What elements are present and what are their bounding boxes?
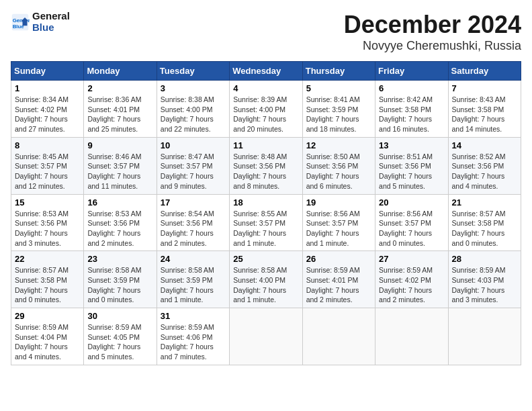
calendar-cell: 10Sunrise: 8:47 AMSunset: 3:57 PMDayligh… [157, 137, 229, 194]
day-number: 17 [161, 197, 226, 208]
day-info: Sunrise: 8:45 AMSunset: 3:57 PMDaylight:… [15, 152, 80, 191]
day-info: Sunrise: 8:56 AMSunset: 3:57 PMDaylight:… [379, 209, 444, 248]
calendar-cell: 24Sunrise: 8:58 AMSunset: 3:59 PMDayligh… [157, 251, 229, 308]
day-header-friday: Friday [375, 62, 448, 81]
calendar-cell: 23Sunrise: 8:58 AMSunset: 3:59 PMDayligh… [84, 251, 157, 308]
day-number: 20 [379, 197, 444, 208]
day-header-thursday: Thursday [302, 62, 375, 81]
day-number: 8 [15, 140, 80, 150]
calendar-cell: 30Sunrise: 8:59 AMSunset: 4:05 PMDayligh… [84, 308, 157, 365]
day-number: 24 [161, 254, 226, 264]
location-title: Novyye Cheremushki, Russia [344, 39, 521, 53]
day-number: 22 [15, 254, 80, 264]
day-number: 13 [379, 140, 444, 150]
logo: General Blue General Blue [11, 11, 70, 33]
day-number: 5 [306, 83, 371, 93]
day-info: Sunrise: 8:57 AMSunset: 3:58 PMDaylight:… [452, 209, 517, 248]
logo-icon: General Blue [11, 13, 30, 32]
day-info: Sunrise: 8:34 AMSunset: 4:02 PMDaylight:… [15, 95, 80, 134]
day-info: Sunrise: 8:38 AMSunset: 4:00 PMDaylight:… [161, 95, 226, 134]
page-header: General Blue General Blue December 2024 … [11, 11, 521, 53]
day-info: Sunrise: 8:59 AMSunset: 4:01 PMDaylight:… [306, 265, 371, 305]
calendar-cell: 29Sunrise: 8:59 AMSunset: 4:04 PMDayligh… [11, 308, 84, 365]
calendar-cell: 28Sunrise: 8:59 AMSunset: 4:03 PMDayligh… [448, 251, 521, 308]
calendar-cell: 17Sunrise: 8:54 AMSunset: 3:56 PMDayligh… [157, 194, 229, 251]
calendar-cell: 26Sunrise: 8:59 AMSunset: 4:01 PMDayligh… [302, 251, 375, 308]
day-number: 9 [87, 140, 152, 150]
calendar-week-row: 29Sunrise: 8:59 AMSunset: 4:04 PMDayligh… [11, 308, 521, 365]
calendar-cell [375, 308, 448, 365]
day-info: Sunrise: 8:59 AMSunset: 4:03 PMDaylight:… [452, 265, 517, 305]
day-number: 14 [452, 140, 517, 150]
day-number: 21 [452, 197, 517, 208]
calendar-cell: 7Sunrise: 8:43 AMSunset: 3:58 PMDaylight… [448, 81, 521, 138]
day-info: Sunrise: 8:59 AMSunset: 4:02 PMDaylight:… [379, 265, 444, 305]
calendar-cell: 5Sunrise: 8:41 AMSunset: 3:59 PMDaylight… [302, 81, 375, 138]
calendar-week-row: 1Sunrise: 8:34 AMSunset: 4:02 PMDaylight… [11, 81, 521, 138]
day-number: 28 [452, 254, 517, 264]
day-info: Sunrise: 8:57 AMSunset: 3:58 PMDaylight:… [15, 265, 80, 305]
calendar-cell: 4Sunrise: 8:39 AMSunset: 4:00 PMDaylight… [230, 81, 302, 138]
day-number: 19 [306, 197, 371, 208]
calendar-cell: 19Sunrise: 8:56 AMSunset: 3:57 PMDayligh… [302, 194, 375, 251]
day-info: Sunrise: 8:58 AMSunset: 3:59 PMDaylight:… [87, 265, 152, 305]
calendar-cell: 3Sunrise: 8:38 AMSunset: 4:00 PMDaylight… [157, 81, 229, 138]
day-number: 6 [379, 83, 444, 93]
day-info: Sunrise: 8:59 AMSunset: 4:05 PMDaylight:… [87, 322, 152, 362]
calendar-cell: 16Sunrise: 8:53 AMSunset: 3:56 PMDayligh… [84, 194, 157, 251]
day-header-tuesday: Tuesday [157, 62, 229, 81]
day-header-sunday: Sunday [11, 62, 84, 81]
day-info: Sunrise: 8:36 AMSunset: 4:01 PMDaylight:… [87, 95, 152, 134]
day-info: Sunrise: 8:59 AMSunset: 4:04 PMDaylight:… [15, 322, 80, 362]
calendar-cell: 11Sunrise: 8:48 AMSunset: 3:56 PMDayligh… [230, 137, 302, 194]
day-info: Sunrise: 8:55 AMSunset: 3:57 PMDaylight:… [233, 209, 298, 248]
calendar-table: SundayMondayTuesdayWednesdayThursdayFrid… [11, 61, 521, 365]
calendar-cell [448, 308, 521, 365]
calendar-cell: 31Sunrise: 8:59 AMSunset: 4:06 PMDayligh… [157, 308, 229, 365]
day-number: 12 [306, 140, 371, 150]
calendar-cell: 15Sunrise: 8:53 AMSunset: 3:56 PMDayligh… [11, 194, 84, 251]
day-number: 3 [161, 83, 226, 93]
calendar-header-row: SundayMondayTuesdayWednesdayThursdayFrid… [11, 62, 521, 81]
day-header-wednesday: Wednesday [230, 62, 302, 81]
day-info: Sunrise: 8:48 AMSunset: 3:56 PMDaylight:… [233, 152, 298, 191]
calendar-cell: 9Sunrise: 8:46 AMSunset: 3:57 PMDaylight… [84, 137, 157, 194]
title-area: December 2024 Novyye Cheremushki, Russia [344, 11, 521, 53]
day-info: Sunrise: 8:54 AMSunset: 3:56 PMDaylight:… [161, 209, 226, 248]
day-info: Sunrise: 8:53 AMSunset: 3:56 PMDaylight:… [15, 209, 80, 248]
logo-text-line1: General [32, 11, 70, 22]
day-number: 25 [233, 254, 298, 264]
day-number: 23 [87, 254, 152, 264]
calendar-cell: 12Sunrise: 8:50 AMSunset: 3:56 PMDayligh… [302, 137, 375, 194]
day-header-monday: Monday [84, 62, 157, 81]
calendar-cell: 6Sunrise: 8:42 AMSunset: 3:58 PMDaylight… [375, 81, 448, 138]
calendar-cell: 8Sunrise: 8:45 AMSunset: 3:57 PMDaylight… [11, 137, 84, 194]
calendar-week-row: 22Sunrise: 8:57 AMSunset: 3:58 PMDayligh… [11, 251, 521, 308]
day-info: Sunrise: 8:56 AMSunset: 3:57 PMDaylight:… [306, 209, 371, 248]
calendar-cell: 13Sunrise: 8:51 AMSunset: 3:56 PMDayligh… [375, 137, 448, 194]
day-number: 30 [87, 311, 152, 321]
day-info: Sunrise: 8:42 AMSunset: 3:58 PMDaylight:… [379, 95, 444, 134]
day-number: 11 [233, 140, 298, 150]
calendar-cell: 21Sunrise: 8:57 AMSunset: 3:58 PMDayligh… [448, 194, 521, 251]
calendar-cell: 22Sunrise: 8:57 AMSunset: 3:58 PMDayligh… [11, 251, 84, 308]
day-number: 26 [306, 254, 371, 264]
day-info: Sunrise: 8:51 AMSunset: 3:56 PMDaylight:… [379, 152, 444, 191]
day-number: 27 [379, 254, 444, 264]
day-number: 2 [87, 83, 152, 93]
calendar-cell [230, 308, 302, 365]
calendar-cell: 2Sunrise: 8:36 AMSunset: 4:01 PMDaylight… [84, 81, 157, 138]
day-info: Sunrise: 8:43 AMSunset: 3:58 PMDaylight:… [452, 95, 517, 134]
calendar-week-row: 8Sunrise: 8:45 AMSunset: 3:57 PMDaylight… [11, 137, 521, 194]
day-number: 18 [233, 197, 298, 208]
day-number: 29 [15, 311, 80, 321]
day-info: Sunrise: 8:41 AMSunset: 3:59 PMDaylight:… [306, 95, 371, 134]
day-number: 16 [87, 197, 152, 208]
day-number: 7 [452, 83, 517, 93]
calendar-cell: 14Sunrise: 8:52 AMSunset: 3:56 PMDayligh… [448, 137, 521, 194]
calendar-cell [302, 308, 375, 365]
day-number: 1 [15, 83, 80, 93]
day-header-saturday: Saturday [448, 62, 521, 81]
calendar-cell: 25Sunrise: 8:58 AMSunset: 4:00 PMDayligh… [230, 251, 302, 308]
day-info: Sunrise: 8:58 AMSunset: 3:59 PMDaylight:… [161, 265, 226, 305]
